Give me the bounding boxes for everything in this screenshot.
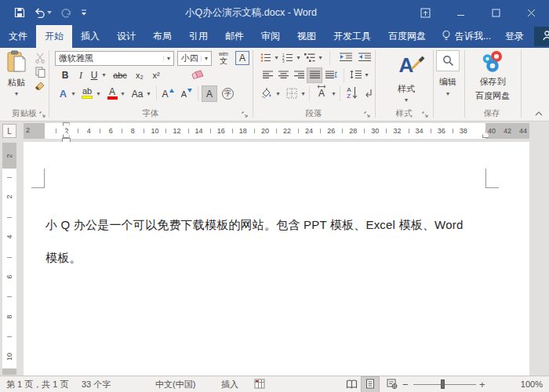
- underline-button[interactable]: U: [88, 68, 100, 82]
- ribbon-tab[interactable]: 插入: [72, 25, 108, 48]
- clipboard-dialog-launcher[interactable]: [39, 111, 47, 118]
- bold-button[interactable]: B: [58, 68, 72, 82]
- format-painter-button[interactable]: [33, 81, 47, 93]
- change-case-button[interactable]: Aa: [129, 86, 145, 101]
- line-spacing-dropdown-icon[interactable]: ▾: [363, 68, 370, 82]
- text-effects-button[interactable]: A: [56, 86, 70, 101]
- ribbon-tab[interactable]: 邮件: [216, 25, 253, 48]
- grow-font-button[interactable]: A: [160, 86, 176, 101]
- word-count[interactable]: 33 个字: [82, 376, 111, 392]
- font-name-combobox[interactable]: 微软雅黑 ▾: [55, 51, 174, 66]
- horizontal-ruler[interactable]: 2 2468101214161820222426283032343638 404…: [24, 123, 529, 139]
- ribbon-tab[interactable]: 开发工具: [325, 25, 380, 48]
- ribbon-tab[interactable]: 视图: [289, 25, 325, 48]
- zoom-out-button[interactable]: −: [402, 376, 409, 392]
- borders-dropdown-icon[interactable]: ▾: [300, 86, 307, 101]
- change-case-dropdown-icon[interactable]: ▾: [145, 86, 152, 101]
- borders-button[interactable]: [284, 86, 300, 101]
- character-shading-button[interactable]: A: [202, 86, 216, 101]
- ribbon-display-options-button[interactable]: [408, 0, 443, 25]
- document-page[interactable]: 小 Q 办公是一个可以免费下载模板的网站。包含 PPT 模板、Excel 模板、…: [24, 142, 529, 376]
- decrease-indent-button[interactable]: [337, 51, 354, 65]
- highlight-dropdown-icon[interactable]: ▾: [95, 86, 102, 101]
- line-spacing-button[interactable]: [347, 68, 363, 82]
- multilevel-dropdown-icon[interactable]: ▾: [317, 51, 324, 65]
- asian-layout-dropdown-icon[interactable]: ▾: [330, 86, 337, 101]
- tab-selector[interactable]: L: [2, 124, 16, 138]
- maximize-button[interactable]: [478, 0, 514, 25]
- styles-button[interactable]: A 样式 ▾: [384, 50, 428, 105]
- font-size-combobox[interactable]: 小四 ▾: [177, 51, 212, 66]
- save-icon[interactable]: [14, 7, 25, 18]
- sort-button[interactable]: AZ: [344, 85, 361, 101]
- align-left-button[interactable]: [260, 68, 274, 82]
- copy-button[interactable]: [33, 67, 47, 79]
- ribbon-tab[interactable]: 布局: [144, 25, 180, 48]
- bullets-button[interactable]: [259, 51, 273, 65]
- vertical-ruler[interactable]: 2 246810: [2, 143, 16, 375]
- editing-button[interactable]: 编辑 ▾: [430, 50, 466, 105]
- font-name-dropdown-icon[interactable]: ▾: [163, 56, 173, 62]
- insert-mode-status[interactable]: 插入: [221, 376, 238, 392]
- multilevel-list-button[interactable]: [303, 51, 317, 65]
- undo-button[interactable]: [34, 7, 52, 18]
- ribbon-tab[interactable]: 审阅: [253, 25, 289, 48]
- tell-me-button[interactable]: 告诉我...: [434, 25, 498, 48]
- increase-indent-button[interactable]: [356, 51, 373, 65]
- read-mode-button[interactable]: [343, 377, 360, 392]
- shading-button[interactable]: [259, 86, 274, 101]
- page-info[interactable]: 第 1 页，共 1 页: [6, 376, 68, 392]
- underline-dropdown-icon[interactable]: ▾: [100, 68, 107, 82]
- bullets-dropdown-icon[interactable]: ▾: [273, 51, 280, 65]
- close-button[interactable]: [514, 0, 549, 25]
- justify-button[interactable]: [307, 68, 322, 82]
- zoom-in-button[interactable]: +: [479, 376, 485, 392]
- styles-dialog-launcher[interactable]: [422, 111, 430, 118]
- highlight-color-button[interactable]: ab: [79, 85, 95, 101]
- italic-button[interactable]: I: [75, 68, 86, 82]
- font-color-dropdown-icon[interactable]: ▾: [119, 86, 126, 101]
- subscript-button[interactable]: x₂: [133, 68, 147, 82]
- clear-formatting-button[interactable]: [190, 68, 205, 82]
- asian-layout-button[interactable]: A: [313, 85, 330, 101]
- macro-record-button[interactable]: [254, 376, 265, 392]
- shrink-font-button[interactable]: A: [179, 86, 195, 101]
- ribbon-tab[interactable]: 开始: [36, 25, 72, 48]
- customize-qat-button[interactable]: [81, 9, 87, 16]
- ribbon-tab[interactable]: 百度网盘: [380, 25, 434, 48]
- document-text-line1[interactable]: 小 Q 办公是一个可以免费下载模板的网站。包含 PPT 模板、Excel 模板、…: [45, 218, 496, 233]
- phonetic-guide-button[interactable]: wén 文: [215, 50, 232, 67]
- character-border-button[interactable]: A: [235, 51, 249, 65]
- enclose-characters-button[interactable]: 字: [220, 86, 235, 101]
- cut-button[interactable]: [33, 53, 47, 65]
- share-button[interactable]: 共享: [534, 27, 549, 46]
- align-center-button[interactable]: [276, 68, 290, 82]
- zoom-slider-track[interactable]: [413, 384, 476, 385]
- ribbon-tab[interactable]: 引用: [180, 25, 216, 48]
- font-dialog-launcher[interactable]: [242, 111, 249, 118]
- superscript-button[interactable]: x²: [149, 68, 163, 82]
- align-right-button[interactable]: [292, 68, 306, 82]
- minimize-button[interactable]: [443, 0, 478, 25]
- document-text-line2[interactable]: 模板。: [45, 251, 496, 266]
- show-hide-marks-button[interactable]: [362, 86, 375, 101]
- font-color-button[interactable]: A: [105, 85, 119, 101]
- distribute-button[interactable]: [323, 68, 339, 82]
- paragraph-dialog-launcher[interactable]: [364, 111, 372, 118]
- paste-button[interactable]: 粘贴 ▾: [3, 50, 30, 105]
- save-to-baidu-netdisk-button[interactable]: 保存到 百度网盘: [467, 50, 518, 105]
- language-status[interactable]: 中文(中国): [155, 376, 195, 392]
- zoom-slider-handle[interactable]: [441, 379, 445, 389]
- numbering-dropdown-icon[interactable]: ▾: [295, 51, 302, 65]
- print-layout-button[interactable]: [362, 377, 379, 392]
- sign-in-button[interactable]: 登录: [498, 25, 531, 48]
- web-layout-button[interactable]: [384, 377, 401, 392]
- text-effects-dropdown-icon[interactable]: ▾: [70, 86, 77, 101]
- redo-button[interactable]: [60, 7, 72, 18]
- font-size-dropdown-icon[interactable]: ▾: [201, 56, 211, 62]
- zoom-level[interactable]: 100%: [521, 376, 543, 392]
- collapse-ribbon-button[interactable]: [533, 109, 544, 118]
- ribbon-tab[interactable]: 设计: [108, 25, 144, 48]
- shading-dropdown-icon[interactable]: ▾: [274, 86, 282, 101]
- numbering-button[interactable]: 123: [281, 51, 295, 65]
